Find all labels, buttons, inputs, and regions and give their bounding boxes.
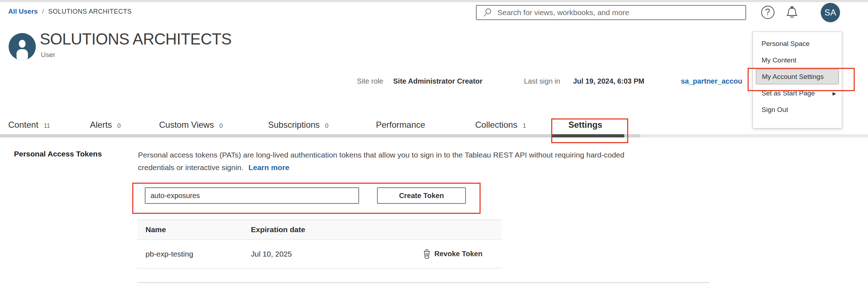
notifications-button[interactable] [784, 4, 800, 20]
pat-description: Personal access tokens (PATs) are long-l… [138, 149, 624, 174]
active-tab-underline [551, 134, 624, 137]
tab-label: Content [8, 120, 38, 130]
tab-label: Settings [568, 120, 602, 130]
tab-count: 0 [117, 122, 120, 130]
page-title: SOLUTIONS ARCHITECTS [40, 30, 232, 48]
column-header-name: Name [146, 225, 251, 234]
profile-avatar [9, 33, 36, 60]
pat-description-line1: Personal access tokens (PATs) are long-l… [138, 149, 624, 161]
tab-collections[interactable]: Collections 1 [475, 120, 526, 130]
breadcrumb-separator: / [42, 8, 44, 15]
tab-performance[interactable]: Performance [376, 120, 425, 130]
person-icon [9, 33, 36, 60]
token-table-header: Name Expiration date [137, 220, 502, 240]
site-role-value: Site Administrator Creator [393, 77, 482, 85]
top-strip [0, 0, 868, 2]
pat-section-label: Personal Access Tokens [14, 150, 102, 158]
token-expiration-cell: Jul 10, 2025 [251, 250, 423, 258]
section-divider [137, 282, 710, 283]
pat-description-line2: credentials or interactive signin.Learn … [138, 161, 624, 174]
search-box[interactable] [476, 5, 746, 20]
search-icon [482, 8, 492, 18]
token-name-input[interactable] [145, 187, 359, 204]
account-settings-page: All Users / SOLUTIONS ARCHITECTS ? SA Pe… [0, 0, 868, 305]
menu-item-set-as-start-page[interactable]: Set as Start Page ▶ [753, 85, 842, 102]
profile-meta-row: Site role Site Administrator Creator Las… [0, 77, 868, 87]
menu-item-personal-space[interactable]: Personal Space [753, 36, 842, 52]
tab-label: Subscriptions [268, 120, 320, 130]
tab-count: 0 [219, 122, 223, 130]
bell-icon [784, 5, 800, 20]
tab-content[interactable]: Content 11 [8, 120, 50, 130]
last-sign-in-label: Last sign in [524, 77, 560, 85]
table-row: pb-exp-testing Jul 10, 2025 Revoke Token [137, 240, 502, 268]
menu-item-my-account-settings[interactable]: My Account Settings [756, 69, 839, 84]
site-role-label: Site role [357, 77, 383, 85]
token-table: Name Expiration date pb-exp-testing Jul … [137, 220, 502, 268]
search-input[interactable] [497, 8, 745, 17]
menu-item-sign-out[interactable]: Sign Out [753, 102, 842, 118]
tab-label: Performance [376, 120, 425, 130]
breadcrumb-all-users-link[interactable]: All Users [8, 8, 38, 15]
tab-count: 1 [523, 122, 526, 130]
token-name-cell: pb-exp-testing [146, 250, 251, 258]
last-sign-in-value: Jul 19, 2024, 6:03 PM [573, 77, 644, 85]
account-name-link[interactable]: sa_partner_accou [681, 77, 742, 85]
create-token-button[interactable]: Create Token [377, 187, 466, 204]
breadcrumb: All Users / SOLUTIONS ARCHITECTS [8, 8, 132, 15]
tab-subscriptions[interactable]: Subscriptions 0 [268, 120, 329, 130]
menu-item-my-content[interactable]: My Content [753, 52, 842, 69]
tab-bar [0, 134, 640, 137]
revoke-token-button[interactable]: Revoke Token [423, 249, 502, 259]
trash-icon [423, 249, 431, 259]
user-menu: Personal Space My Content My Account Set… [753, 32, 842, 128]
tab-count: 11 [44, 122, 50, 130]
tab-label: Collections [475, 120, 517, 130]
user-avatar-button[interactable]: SA [821, 3, 840, 22]
user-type-label: User [41, 51, 55, 59]
tab-count: 0 [325, 122, 328, 130]
tab-settings[interactable]: Settings [568, 120, 602, 130]
pat-description-line2-text: credentials or interactive signin. [138, 163, 243, 172]
breadcrumb-current: SOLUTIONS ARCHITECTS [48, 8, 132, 15]
tab-label: Alerts [90, 120, 112, 130]
help-icon: ? [761, 6, 774, 19]
learn-more-link[interactable]: Learn more [248, 163, 289, 172]
tab-label: Custom Views [159, 120, 214, 130]
tab-alerts[interactable]: Alerts 0 [90, 120, 121, 130]
tab-custom-views[interactable]: Custom Views 0 [159, 120, 223, 130]
menu-item-label: Set as Start Page [762, 89, 815, 97]
revoke-token-label: Revoke Token [434, 250, 482, 258]
submenu-arrow-icon: ▶ [833, 91, 836, 96]
column-header-expiration: Expiration date [251, 225, 423, 234]
help-button[interactable]: ? [760, 4, 776, 20]
